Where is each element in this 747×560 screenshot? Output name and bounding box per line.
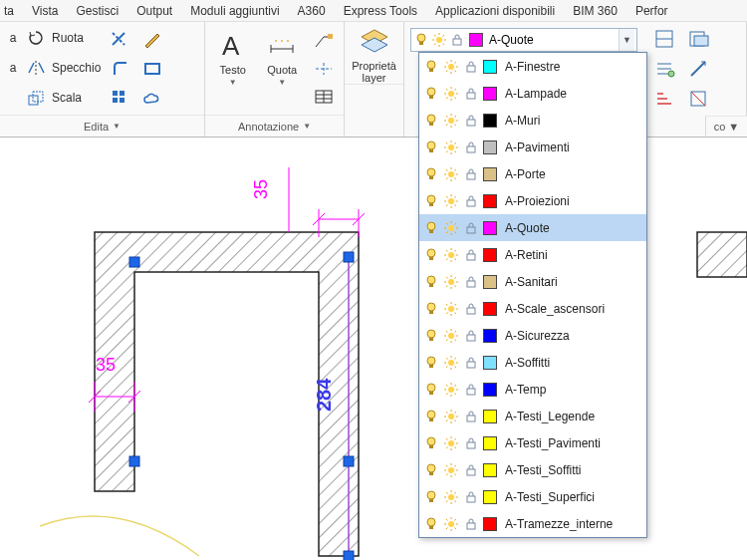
menu-perfor[interactable]: Perfor (635, 4, 668, 18)
sun-icon[interactable] (443, 489, 459, 505)
bulb-icon[interactable] (423, 435, 439, 451)
sun-icon[interactable] (443, 409, 459, 424)
rect-icon[interactable] (138, 56, 166, 82)
lock-icon[interactable] (463, 59, 479, 75)
bulb-icon[interactable] (423, 220, 439, 236)
sun-icon[interactable] (443, 382, 459, 398)
menu-gestisci[interactable]: Gestisci (76, 4, 119, 18)
layer-item-a-retini[interactable]: A-Retini (419, 241, 646, 268)
cloud-icon[interactable] (138, 86, 166, 112)
layer-item-a-testi_pavimenti[interactable]: A-Testi_Pavimenti (419, 429, 646, 456)
lock-icon[interactable] (463, 462, 479, 478)
bulb-icon[interactable] (423, 140, 439, 155)
sun-icon[interactable] (443, 274, 459, 290)
tool-icon-4[interactable] (683, 56, 713, 82)
pencil-icon[interactable] (138, 26, 166, 52)
layer-item-a-pavimenti[interactable]: A-Pavimenti (419, 134, 646, 160)
layer-item-a-testi_superfici[interactable]: A-Testi_Superfici (419, 483, 646, 510)
specchio-button[interactable]: Specchio (26, 56, 101, 80)
stub-b[interactable]: a (6, 56, 20, 80)
lock-icon[interactable] (463, 140, 479, 155)
layer-item-a-porte[interactable]: A-Porte (419, 160, 646, 187)
panel-title-co[interactable]: co▼ (705, 116, 747, 138)
tool-icon-5[interactable] (649, 86, 679, 112)
lock-icon[interactable] (463, 166, 479, 182)
leader-icon[interactable] (310, 30, 338, 52)
array-icon[interactable] (107, 86, 134, 112)
centerline-icon[interactable] (310, 58, 338, 80)
layer-item-a-quote[interactable]: A-Quote (419, 214, 646, 241)
bulb-icon[interactable] (423, 247, 439, 263)
bulb-icon[interactable] (423, 113, 439, 129)
lock-icon[interactable] (463, 409, 479, 424)
fillet-icon[interactable] (107, 56, 134, 82)
lock-icon[interactable] (463, 382, 479, 398)
table-icon[interactable] (310, 86, 338, 108)
layer-item-a-finestre[interactable]: A-Finestre (419, 53, 646, 80)
bulb-icon[interactable] (423, 59, 439, 75)
lock-icon[interactable] (463, 516, 479, 532)
sun-icon[interactable] (443, 328, 459, 344)
sun-icon[interactable] (443, 247, 459, 263)
sun-icon[interactable] (443, 220, 459, 236)
ruota-button[interactable]: Ruota (26, 26, 101, 50)
tool-icon-2[interactable] (683, 26, 713, 52)
lock-icon[interactable] (463, 489, 479, 505)
layer-item-a-proiezioni[interactable]: A-Proiezioni (419, 187, 646, 214)
tool-icon-6[interactable] (683, 86, 713, 112)
panel-title-edita[interactable]: Edita▼ (0, 115, 204, 137)
bulb-icon[interactable] (423, 462, 439, 478)
tool-icon-3[interactable] (649, 56, 679, 82)
text-button[interactable]: A Testo ▼ (211, 26, 255, 87)
sun-icon[interactable] (443, 113, 459, 129)
lock-icon[interactable] (463, 113, 479, 129)
menu-vista[interactable]: Vista (32, 4, 58, 18)
layer-properties-button[interactable]: Proprietà layer (345, 22, 403, 84)
layer-combo[interactable]: A-Quote ▼ (410, 28, 637, 52)
bulb-icon[interactable] (423, 193, 439, 209)
bulb-icon[interactable] (423, 355, 439, 371)
menu-applicazioni-disponibili[interactable]: Applicazioni disponibili (435, 4, 555, 18)
layer-item-a-testi_legende[interactable]: A-Testi_Legende (419, 403, 646, 429)
menu-bim-360[interactable]: BIM 360 (573, 4, 618, 18)
scala-button[interactable]: Scala (26, 86, 101, 110)
bulb-icon[interactable] (423, 516, 439, 532)
panel-title-annotazione[interactable]: Annotazione▼ (205, 115, 344, 137)
layer-item-a-lampade[interactable]: A-Lampade (419, 80, 646, 107)
chevron-down-icon[interactable]: ▼ (619, 29, 634, 51)
lock-icon[interactable] (463, 301, 479, 317)
sun-icon[interactable] (443, 86, 459, 102)
bulb-icon[interactable] (423, 86, 439, 102)
menu-output[interactable]: Output (136, 4, 172, 18)
layer-dropdown-list[interactable]: A-FinestreA-LampadeA-MuriA-PavimentiA-Po… (418, 52, 647, 538)
sun-icon[interactable] (443, 166, 459, 182)
lock-icon[interactable] (463, 220, 479, 236)
layer-item-a-muri[interactable]: A-Muri (419, 107, 646, 134)
layer-item-a-soffitti[interactable]: A-Soffitti (419, 349, 646, 376)
bulb-icon[interactable] (423, 301, 439, 317)
menu-a360[interactable]: A360 (298, 4, 326, 18)
layer-item-a-sanitari[interactable]: A-Sanitari (419, 268, 646, 295)
lock-icon[interactable] (463, 193, 479, 209)
layer-item-a-sicurezza[interactable]: A-Sicurezza (419, 322, 646, 349)
layer-item-a-scale_ascensori[interactable]: A-Scale_ascensori (419, 295, 646, 322)
sun-icon[interactable] (443, 462, 459, 478)
sun-icon[interactable] (443, 516, 459, 532)
lock-icon[interactable] (463, 435, 479, 451)
stub-c[interactable] (6, 86, 20, 110)
lock-icon[interactable] (463, 247, 479, 263)
lock-icon[interactable] (463, 86, 479, 102)
sun-icon[interactable] (443, 355, 459, 371)
sun-icon[interactable] (443, 140, 459, 155)
stub-a[interactable]: a (6, 26, 20, 50)
lock-icon[interactable] (463, 355, 479, 371)
sun-icon[interactable] (443, 435, 459, 451)
sun-icon[interactable] (443, 59, 459, 75)
menu-ta[interactable]: ta (4, 4, 14, 18)
bulb-icon[interactable] (423, 274, 439, 290)
trim-icon[interactable] (107, 26, 134, 52)
bulb-icon[interactable] (423, 328, 439, 344)
bulb-icon[interactable] (423, 382, 439, 398)
menu-moduli-aggiuntivi[interactable]: Moduli aggiuntivi (190, 4, 279, 18)
bulb-icon[interactable] (423, 409, 439, 424)
